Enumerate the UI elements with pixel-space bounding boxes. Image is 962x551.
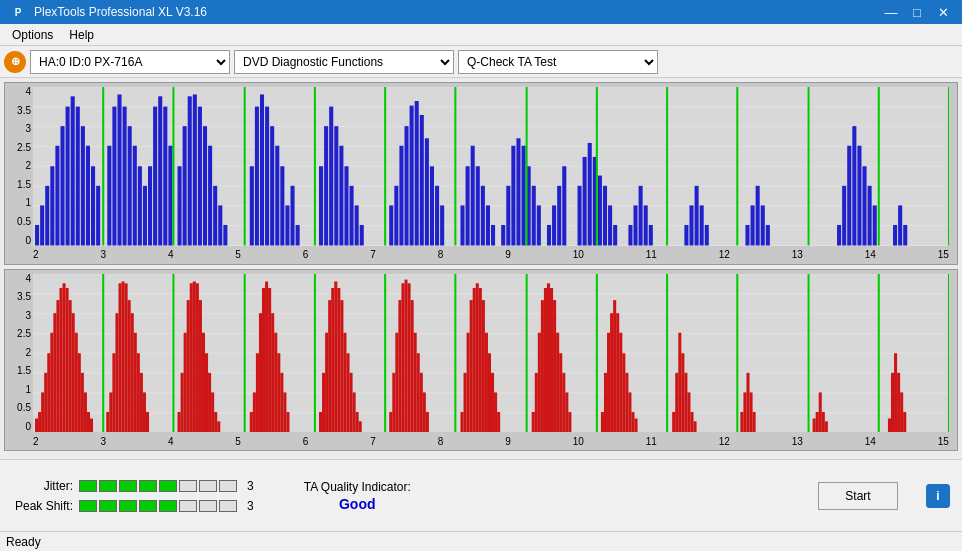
- svg-rect-238: [280, 372, 283, 432]
- svg-rect-193: [81, 372, 84, 432]
- maximize-button[interactable]: □: [906, 3, 928, 21]
- bottom-chart-svg: [33, 274, 949, 433]
- svg-rect-315: [681, 353, 684, 432]
- svg-rect-259: [395, 332, 398, 432]
- svg-rect-151: [893, 225, 897, 246]
- svg-rect-92: [435, 186, 439, 246]
- ps-bar-8: [219, 500, 237, 512]
- svg-rect-131: [689, 205, 693, 245]
- svg-rect-89: [420, 115, 424, 246]
- test-select[interactable]: Q-Check TA Test: [458, 50, 658, 74]
- svg-rect-74: [324, 126, 328, 245]
- svg-rect-213: [178, 411, 181, 432]
- svg-rect-124: [628, 225, 632, 246]
- drive-select[interactable]: HA:0 ID:0 PX-716A: [30, 50, 230, 74]
- svg-rect-235: [271, 313, 274, 432]
- svg-rect-37: [107, 146, 111, 246]
- svg-rect-71: [296, 225, 300, 246]
- svg-rect-73: [319, 166, 323, 245]
- top-chart-y-axis: 4 3.5 3 2.5 2 1.5 1 0.5 0: [7, 87, 33, 246]
- svg-rect-102: [501, 225, 505, 246]
- svg-rect-277: [479, 287, 482, 432]
- svg-rect-32: [81, 126, 85, 245]
- svg-rect-64: [260, 94, 264, 245]
- menu-options[interactable]: Options: [4, 26, 61, 44]
- jitter-bar-7: [199, 480, 217, 492]
- svg-rect-211: [146, 411, 149, 432]
- svg-rect-273: [467, 332, 470, 432]
- svg-rect-233: [265, 281, 268, 432]
- svg-rect-271: [460, 411, 463, 432]
- ps-bar-5: [159, 500, 177, 512]
- svg-rect-60: [223, 225, 227, 246]
- svg-rect-236: [274, 332, 277, 432]
- svg-rect-249: [340, 300, 343, 432]
- svg-rect-121: [603, 186, 607, 246]
- svg-rect-62: [250, 166, 254, 245]
- svg-rect-183: [50, 332, 53, 432]
- function-select[interactable]: DVD Diagnostic Functions: [234, 50, 454, 74]
- svg-rect-334: [891, 372, 894, 432]
- start-button[interactable]: Start: [818, 482, 898, 510]
- svg-rect-77: [339, 146, 343, 246]
- info-button[interactable]: i: [926, 484, 950, 508]
- svg-rect-252: [350, 372, 353, 432]
- svg-rect-242: [319, 411, 322, 432]
- svg-rect-218: [193, 281, 196, 432]
- jitter-bar-3: [119, 480, 137, 492]
- svg-rect-75: [329, 107, 333, 246]
- jitter-bar-2: [99, 480, 117, 492]
- svg-rect-58: [213, 186, 217, 246]
- svg-rect-187: [63, 283, 66, 432]
- main-content: 4 3.5 3 2.5 2 1.5 1 0.5 0: [0, 78, 962, 459]
- svg-rect-202: [118, 283, 121, 432]
- logo-text: P: [15, 7, 22, 18]
- peak-shift-bars: [79, 500, 237, 512]
- menu-help[interactable]: Help: [61, 26, 102, 44]
- svg-rect-179: [38, 411, 41, 432]
- svg-rect-88: [415, 101, 419, 246]
- jitter-bar-6: [179, 480, 197, 492]
- svg-rect-250: [343, 332, 346, 432]
- svg-rect-234: [268, 287, 271, 432]
- close-button[interactable]: ✕: [932, 3, 954, 21]
- svg-rect-106: [522, 146, 526, 246]
- jitter-bars: [79, 480, 237, 492]
- title-bar: P PlexTools Professional XL V3.16 — □ ✕: [0, 0, 962, 24]
- top-chart: 4 3.5 3 2.5 2 1.5 1 0.5 0: [4, 82, 958, 265]
- svg-rect-209: [140, 372, 143, 432]
- jitter-value: 3: [247, 479, 254, 493]
- svg-rect-28: [60, 126, 64, 245]
- jitter-bar-8: [219, 480, 237, 492]
- svg-rect-115: [578, 186, 582, 246]
- svg-rect-31: [76, 107, 80, 246]
- svg-rect-53: [188, 96, 192, 245]
- svg-rect-337: [900, 392, 903, 432]
- svg-rect-263: [408, 283, 411, 432]
- minimize-button[interactable]: —: [880, 3, 902, 21]
- bottom-area: Jitter: 3 Peak Shift:: [0, 459, 962, 531]
- svg-rect-130: [684, 225, 688, 246]
- svg-rect-206: [131, 313, 134, 432]
- svg-rect-66: [270, 126, 274, 245]
- svg-rect-38: [112, 107, 116, 246]
- svg-rect-222: [205, 353, 208, 432]
- svg-rect-336: [897, 372, 900, 432]
- svg-rect-112: [552, 205, 556, 245]
- svg-rect-101: [491, 225, 495, 246]
- svg-rect-185: [56, 300, 59, 432]
- svg-rect-203: [122, 281, 125, 432]
- svg-rect-316: [684, 372, 687, 432]
- svg-rect-276: [476, 283, 479, 432]
- svg-rect-318: [690, 411, 693, 432]
- svg-rect-201: [115, 313, 118, 432]
- svg-rect-34: [91, 166, 95, 245]
- svg-rect-190: [72, 313, 75, 432]
- peak-shift-label: Peak Shift:: [8, 499, 73, 513]
- svg-rect-306: [622, 353, 625, 432]
- svg-rect-333: [888, 418, 891, 432]
- svg-rect-286: [535, 372, 538, 432]
- svg-rect-220: [199, 300, 202, 432]
- svg-rect-253: [353, 392, 356, 432]
- svg-rect-117: [588, 143, 592, 246]
